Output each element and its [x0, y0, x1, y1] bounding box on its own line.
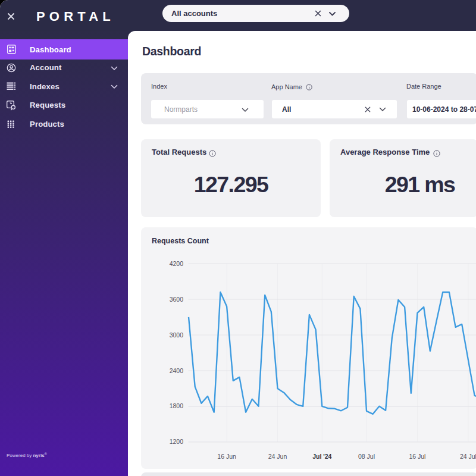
svg-text:2400: 2400: [170, 367, 184, 374]
svg-text:Jul '24: Jul '24: [312, 453, 331, 460]
svg-text:08 Jul: 08 Jul: [358, 453, 375, 460]
svg-text:3000: 3000: [170, 331, 184, 339]
svg-text:16 Jul: 16 Jul: [409, 453, 425, 460]
svg-text:24 Jun: 24 Jun: [268, 453, 287, 460]
svg-text:16 Jun: 16 Jun: [217, 453, 236, 460]
svg-text:1200: 1200: [170, 438, 184, 445]
svg-text:4200: 4200: [170, 260, 184, 267]
svg-text:24 Jul: 24 Jul: [460, 453, 476, 460]
svg-text:3600: 3600: [170, 296, 184, 303]
svg-text:1800: 1800: [170, 402, 184, 409]
